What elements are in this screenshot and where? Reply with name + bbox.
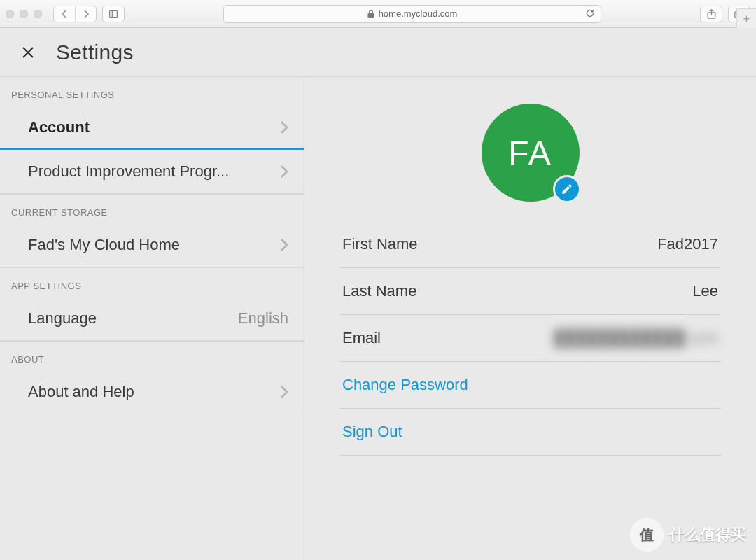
close-settings-button[interactable] (20, 44, 36, 61)
settings-sidebar: PERSONAL SETTINGS Account Product Improv… (0, 77, 304, 560)
sidebar-item-value: English (238, 309, 288, 328)
app-root: Settings PERSONAL SETTINGS Account Produ… (0, 28, 756, 560)
chevron-right-icon (280, 238, 288, 252)
sidebar-item-label: Account (28, 118, 90, 136)
sidebar-item-product-improvement[interactable]: Product Improvement Progr... (0, 150, 304, 194)
avatar: FA (482, 104, 580, 202)
field-label: Last Name (342, 282, 416, 300)
sidebar-item-language[interactable]: Language English (0, 297, 304, 341)
sidebar-item-label: About and Help (28, 383, 134, 401)
section-header-app: APP SETTINGS (0, 267, 304, 297)
watermark-badge: 值 (631, 519, 662, 550)
reload-button[interactable] (585, 8, 595, 20)
share-button[interactable] (700, 6, 722, 22)
field-value: ████████████.com (554, 329, 718, 347)
chevron-right-icon (280, 164, 288, 178)
sidebar-toggle-group (102, 6, 125, 22)
sign-out-link[interactable]: Sign Out (340, 409, 721, 456)
sidebar-item-about-help[interactable]: About and Help (0, 370, 304, 414)
chevron-right-icon (280, 385, 288, 399)
section-header-about: ABOUT (0, 341, 304, 370)
close-window-icon[interactable] (6, 10, 14, 18)
forward-button[interactable] (75, 6, 96, 22)
sidebar-item-account[interactable]: Account (0, 106, 304, 150)
field-email[interactable]: Email ████████████.com (340, 315, 721, 362)
window-traffic-lights (6, 10, 42, 18)
lock-icon (368, 10, 374, 18)
browser-toolbar: home.mycloud.com (0, 0, 756, 28)
section-header-personal: PERSONAL SETTINGS (0, 77, 304, 106)
field-value: Lee (692, 282, 718, 300)
sidebar-item-label: Language (28, 309, 97, 328)
section-header-storage: CURRENT STORAGE (0, 194, 304, 223)
chevron-right-icon (280, 120, 288, 134)
field-label: Email (342, 329, 381, 347)
minimize-window-icon[interactable] (20, 10, 28, 18)
page-title: Settings (56, 41, 134, 64)
zoom-window-icon[interactable] (34, 10, 42, 18)
watermark-text: 什么值得买 (669, 524, 746, 545)
back-button[interactable] (54, 6, 75, 22)
account-panel: FA First Name Fad2017 Last Name Lee Emai… (304, 77, 756, 560)
address-bar-url: home.mycloud.com (379, 8, 458, 19)
field-first-name[interactable]: First Name Fad2017 (340, 221, 721, 268)
sidebar-item-storage-device[interactable]: Fad's My Cloud Home (0, 223, 304, 267)
nav-arrows (53, 6, 97, 22)
field-value: Fad2017 (657, 235, 718, 253)
new-tab-button[interactable]: + (736, 8, 756, 28)
address-bar[interactable]: home.mycloud.com (223, 5, 601, 23)
sidebar-item-label: Fad's My Cloud Home (28, 236, 180, 254)
sidebar-item-label: Product Improvement Progr... (28, 162, 229, 181)
edit-avatar-button[interactable] (553, 175, 581, 203)
show-sidebar-button[interactable] (103, 6, 124, 22)
field-last-name[interactable]: Last Name Lee (340, 268, 721, 315)
change-password-link[interactable]: Change Password (340, 362, 721, 409)
watermark: 值 什么值得买 (631, 519, 746, 550)
app-header: Settings (0, 28, 756, 77)
field-label: First Name (342, 235, 418, 253)
svg-rect-0 (110, 10, 118, 17)
